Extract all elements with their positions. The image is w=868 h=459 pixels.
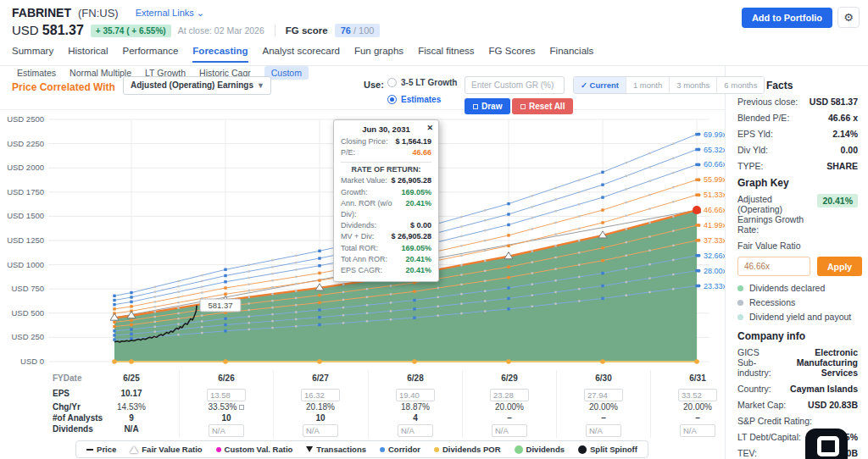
eps-estimate-input[interactable]	[301, 389, 340, 401]
use-label: Use:	[364, 80, 384, 90]
company-info-title: Company info	[737, 330, 858, 342]
dividend-estimate-input[interactable]	[398, 424, 433, 437]
svg-text:28.00x: 28.00x	[704, 267, 725, 275]
svg-text:USD 1500: USD 1500	[7, 211, 44, 220]
num-analysts-value: –	[557, 413, 650, 423]
graph-key-legend-row: Dividend yield and payout	[737, 312, 858, 322]
svg-text:37.33x: 37.33x	[704, 236, 725, 245]
fast-facts-row: EPS Yld:2.14%	[737, 129, 858, 139]
eps-value	[274, 389, 367, 401]
dividend-estimate-input[interactable]	[680, 424, 715, 437]
eps-value	[369, 389, 462, 401]
triangle-icon	[130, 446, 138, 453]
tooltip-date: Jun 30, 2031	[341, 124, 431, 134]
dot-lg-icon	[578, 445, 587, 454]
fy-column-6/29: 6/2920.00%–	[462, 370, 555, 438]
chg-yr-value: 20.00%	[651, 402, 744, 412]
tab-forecasting[interactable]: Forecasting	[192, 46, 248, 63]
period-6-months-button[interactable]: 6 months	[716, 77, 764, 93]
fy-label: 6/27	[274, 373, 367, 383]
main-tabs: Summary Historical Performance Forecasti…	[0, 38, 868, 63]
tab-financials[interactable]: Financials	[550, 46, 594, 63]
tooltip-row: MV + Div:$ 26,905.28	[341, 231, 431, 242]
dividend-estimate-input[interactable]	[586, 424, 621, 437]
eps-estimate-input[interactable]	[207, 389, 246, 401]
close-icon[interactable]: ✕	[426, 124, 433, 132]
legend-dot-icon	[737, 285, 743, 291]
num-analysts-value: –	[463, 413, 556, 423]
correlation-metric-select[interactable]: Adjusted (Operating) Earnings ▼	[123, 76, 271, 95]
fy-label: 6/26	[180, 373, 273, 383]
dividend-estimate-input[interactable]	[209, 424, 244, 437]
tab-fiscal-fitness[interactable]: Fiscal fitness	[418, 46, 474, 63]
tab-fun-graphs[interactable]: Fun graphs	[354, 46, 403, 63]
radio-lt-growth[interactable]: 3-5 LT Growth	[387, 78, 457, 87]
settings-gear-icon[interactable]: ⚙	[837, 7, 860, 28]
chg-revert-icon[interactable]	[239, 405, 244, 410]
tab-analyst-scorecard[interactable]: Analyst scorecard	[263, 46, 340, 63]
fiscal-year-table: FYDate EPS Chg/Yr #of Analysts Dividends…	[0, 370, 725, 438]
svg-text:32.66x: 32.66x	[704, 252, 725, 260]
fy-label: 6/28	[369, 373, 462, 383]
chart-tooltip: Jun 30, 2031 ✕ Closing Price:$ 1,564.19 …	[333, 119, 439, 282]
company-info-row: Country:Cayman Islands	[737, 384, 858, 394]
dividends-value	[180, 424, 273, 437]
num-analysts-value: 4	[369, 413, 462, 423]
period-3-months-button[interactable]: 3 months	[669, 77, 716, 93]
fg-score-badge: 76 / 100	[335, 24, 381, 37]
legend-dot-icon	[737, 300, 743, 306]
svg-text:USD 0: USD 0	[20, 357, 44, 366]
at-close-text: At close: 02 Mar 2026	[178, 25, 264, 36]
tab-fg-scores[interactable]: FG Scores	[489, 46, 536, 63]
legend-item-dividends: Dividends	[515, 445, 565, 454]
chart-legend: PriceFair Value RatioCustom Val. RatioTr…	[75, 440, 648, 458]
company-info-row: GICS Sub-industry:Electronic Manufacturi…	[737, 347, 858, 378]
eps-estimate-input[interactable]	[584, 389, 623, 401]
fg-score-label: FG score	[286, 25, 328, 36]
chart-area: USD 2500USD 2250USD 2000USD 1750USD 1500…	[0, 110, 725, 459]
svg-text:51.33x: 51.33x	[704, 191, 725, 199]
eps-estimate-input[interactable]	[490, 389, 529, 401]
pe-value: 46.66	[412, 147, 431, 158]
legend-item-price: Price	[86, 445, 116, 454]
add-to-portfolio-button[interactable]: Add to Portfolio	[742, 8, 832, 28]
dot-icon	[380, 447, 385, 452]
apply-button[interactable]: Apply	[817, 257, 862, 276]
fy-label: 6/31	[651, 373, 744, 383]
chat-widget[interactable]	[805, 429, 848, 459]
draw-icon	[473, 104, 478, 109]
radio-estimates[interactable]: Estimates	[387, 95, 441, 104]
chart-toolbar: Price Correlated With Adjusted (Operatin…	[0, 66, 725, 110]
eps-value	[180, 389, 273, 401]
fy-column-6/30: 6/3020.00%–	[556, 370, 649, 438]
legend-item-fair-value-ratio: Fair Value Ratio	[130, 445, 202, 454]
tab-summary[interactable]: Summary	[12, 46, 53, 63]
period-current-button[interactable]: ✓ Current	[574, 77, 626, 93]
tooltip-row: Growth:169.05%	[341, 187, 431, 198]
fast-facts-row: TYPE:SHARE	[737, 161, 858, 171]
dividend-estimate-input[interactable]	[303, 424, 338, 437]
svg-text:USD 1000: USD 1000	[7, 260, 44, 269]
svg-text:USD 1250: USD 1250	[7, 235, 44, 245]
rate-of-return-header: RATE OF RETURN:	[341, 165, 431, 174]
fair-value-ratio-input[interactable]	[737, 257, 810, 276]
dot-icon	[434, 447, 439, 452]
svg-text:65.32x: 65.32x	[704, 146, 725, 154]
eps-estimate-input[interactable]	[678, 389, 717, 401]
dot-lg-icon	[515, 445, 523, 454]
custom-growth-rate-input[interactable]	[465, 76, 565, 94]
tab-historical[interactable]: Historical	[68, 46, 108, 63]
closing-price-value: $ 1,564.19	[395, 136, 431, 147]
dividends-value	[463, 424, 556, 437]
company-ticker: (FN:US)	[78, 7, 119, 19]
fastgraphs-app: FABRINET (FN:US) External Links ⌄ USD 58…	[0, 0, 868, 459]
row-label-fydate: FYDate	[53, 373, 81, 383]
external-links-dropdown[interactable]: External Links ⌄	[136, 8, 204, 19]
tooltip-row: EPS CAGR:20.41%	[341, 265, 431, 276]
tab-performance[interactable]: Performance	[123, 46, 179, 63]
eps-estimate-input[interactable]	[396, 389, 435, 401]
period-1-month-button[interactable]: 1 month	[626, 77, 669, 93]
dividend-estimate-input[interactable]	[492, 424, 527, 437]
fast-facts-row: Previous close:USD 581.37	[737, 97, 858, 107]
num-analysts-value: 10	[180, 413, 273, 423]
